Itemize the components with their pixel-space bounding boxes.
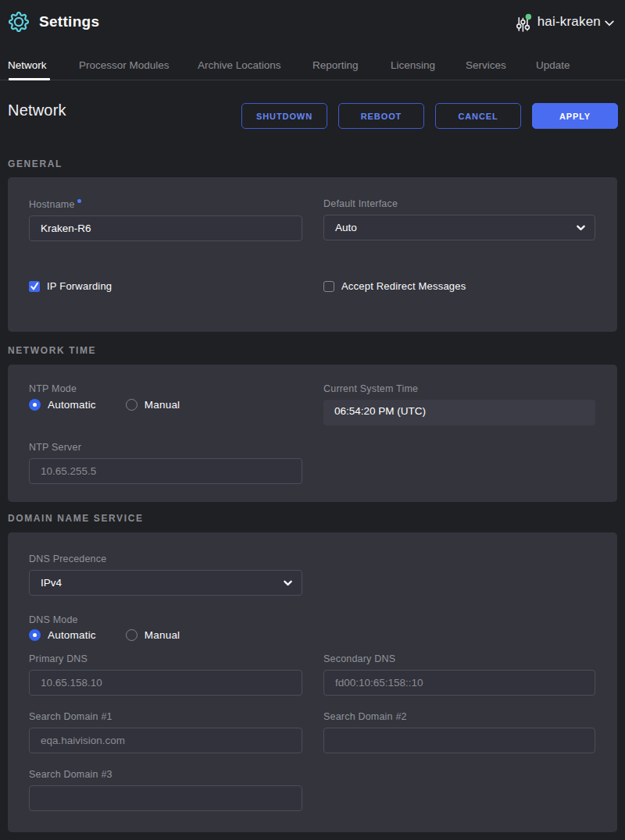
dns-precedence-value: IPv4 — [41, 577, 62, 589]
apply-button[interactable]: APPLY — [532, 103, 618, 129]
chevron-down-icon — [577, 225, 585, 231]
dns-precedence-select[interactable]: IPv4 — [29, 570, 302, 596]
tab-network[interactable]: Network — [8, 59, 47, 71]
page-title: Network — [8, 101, 66, 119]
tab-reporting[interactable]: Reporting — [312, 59, 359, 71]
default-interface-value: Auto — [335, 222, 357, 233]
tab-licensing[interactable]: Licensing — [391, 59, 435, 71]
hostname-label: Hostname — [29, 199, 302, 209]
search-domain-2-label: Search Domain #2 — [323, 712, 595, 721]
search-domain-1-input[interactable] — [29, 728, 302, 753]
tab-archive-locations[interactable]: Archive Locations — [198, 59, 281, 71]
dns-card: DNS Precedence IPv4 DNS Mode Automatic M… — [8, 532, 617, 832]
default-interface-label: Default Interface — [323, 199, 595, 208]
accept-redirect-label: Accept Redirect Messages — [341, 280, 466, 292]
device-name: hai-kraken — [538, 14, 601, 30]
hostname-input[interactable] — [29, 215, 302, 241]
ntp-manual-label[interactable]: Manual — [145, 399, 180, 411]
section-label-network-time: NETWORK TIME — [8, 346, 617, 355]
search-domain-3-label: Search Domain #3 — [29, 770, 302, 779]
ntp-mode-label: NTP Mode — [29, 384, 302, 393]
dns-manual-radio[interactable] — [126, 629, 138, 641]
top-bar: Settings hai-kraken — [0, 0, 625, 44]
dns-manual-label[interactable]: Manual — [145, 629, 180, 641]
general-card: Hostname Default Interface Auto IP Forwa… — [8, 177, 617, 332]
ntp-manual-radio[interactable] — [126, 399, 138, 411]
dns-automatic-radio[interactable] — [29, 629, 41, 641]
section-label-dns: DOMAIN NAME SERVICE — [8, 514, 617, 523]
chevron-down-icon — [605, 20, 614, 27]
search-domain-3-input[interactable] — [29, 785, 302, 811]
current-system-time-label: Current System Time — [323, 384, 595, 393]
shutdown-button[interactable]: SHUTDOWN — [241, 103, 327, 129]
tab-processor-modules[interactable]: Processor Modules — [79, 59, 170, 71]
secondary-dns-label: Secondary DNS — [323, 654, 595, 664]
chevron-down-icon — [284, 580, 292, 586]
ntp-automatic-label[interactable]: Automatic — [48, 399, 96, 411]
section-label-general: GENERAL — [8, 159, 617, 169]
default-interface-select[interactable]: Auto — [323, 215, 595, 240]
required-mark — [77, 199, 81, 203]
reboot-button[interactable]: REBOOT — [338, 103, 424, 129]
primary-dns-input[interactable] — [29, 670, 302, 696]
ip-forwarding-label: IP Forwarding — [47, 280, 112, 292]
ntp-server-input[interactable] — [29, 458, 302, 484]
app-title: Settings — [39, 13, 99, 30]
tab-update[interactable]: Update — [536, 59, 570, 71]
current-system-time-value: 06:54:20 PM (UTC) — [323, 400, 595, 425]
settings-gear-icon — [8, 11, 30, 33]
network-time-card: NTP Mode Automatic Manual Current System… — [8, 365, 617, 502]
secondary-dns-input[interactable] — [323, 670, 595, 696]
search-domain-2-input[interactable] — [323, 728, 595, 753]
sliders-icon — [516, 12, 532, 32]
checkbox-unchecked-icon — [323, 281, 334, 292]
ntp-automatic-radio[interactable] — [29, 399, 41, 411]
accept-redirect-checkbox[interactable]: Accept Redirect Messages — [323, 280, 595, 292]
status-dot — [525, 14, 531, 20]
checkbox-checked-icon — [29, 281, 40, 292]
dns-precedence-label: DNS Precedence — [29, 554, 302, 564]
dns-automatic-label[interactable]: Automatic — [48, 629, 96, 641]
tab-services[interactable]: Services — [466, 59, 506, 71]
ip-forwarding-checkbox[interactable]: IP Forwarding — [29, 280, 302, 292]
ntp-server-label: NTP Server — [29, 443, 302, 452]
search-domain-1-label: Search Domain #1 — [29, 712, 302, 721]
settings-tab-bar: Network Processor Modules Archive Locati… — [0, 51, 625, 80]
cancel-button[interactable]: CANCEL — [435, 103, 521, 129]
primary-dns-label: Primary DNS — [29, 654, 302, 664]
device-menu[interactable]: hai-kraken — [513, 12, 614, 32]
dns-mode-label: DNS Mode — [29, 615, 302, 625]
